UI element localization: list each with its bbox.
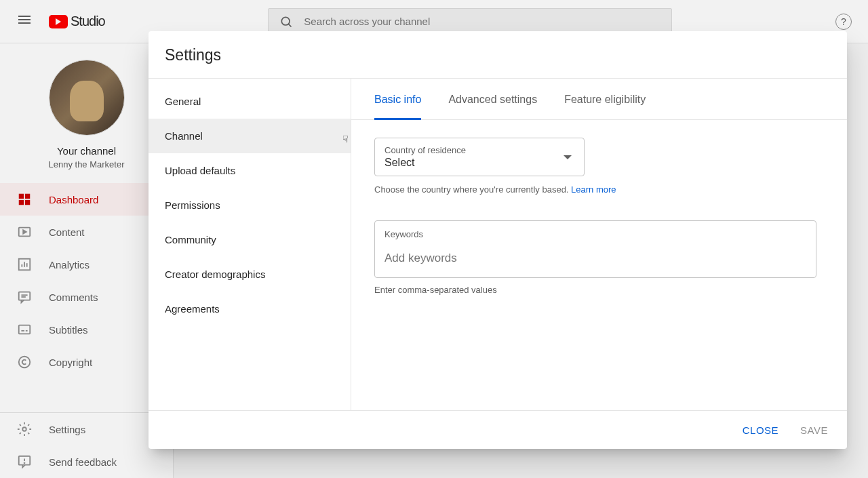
settings-item-community[interactable]: Community [149,222,351,257]
country-helper: Choose the country where you're currentl… [374,184,824,195]
tabs: Basic info Advanced settings Feature eli… [351,79,847,120]
modal-title: Settings [149,31,847,78]
tab-basic-info[interactable]: Basic info [374,79,421,120]
keywords-input[interactable] [384,252,806,265]
chevron-down-icon [564,155,572,159]
settings-sidebar: General Channel ☟ Upload defaults Permis… [149,79,351,410]
modal-footer: CLOSE SAVE [149,411,847,449]
country-label: Country of residence [384,145,574,155]
tab-panel-basic-info: Country of residence Select Choose the c… [351,120,847,313]
settings-modal: Settings General Channel ☟ Upload defaul… [149,31,847,449]
country-select[interactable]: Country of residence Select [374,138,585,176]
settings-content: Basic info Advanced settings Feature eli… [351,79,847,410]
learn-more-link[interactable]: Learn more [571,184,616,195]
settings-item-upload-defaults[interactable]: Upload defaults [149,153,351,188]
save-button[interactable]: SAVE [797,419,831,441]
cursor-hand-icon: ☟ [342,134,349,144]
settings-item-permissions[interactable]: Permissions [149,188,351,222]
keywords-field[interactable]: Keywords [374,220,816,278]
settings-item-creator-demographics[interactable]: Creator demographics [149,257,351,292]
keywords-label: Keywords [384,229,806,239]
tab-advanced-settings[interactable]: Advanced settings [448,79,537,120]
modal-body: General Channel ☟ Upload defaults Permis… [149,78,847,411]
country-value: Select [384,157,574,169]
settings-item-channel[interactable]: Channel ☟ [149,119,351,153]
close-button[interactable]: CLOSE [740,419,781,441]
keywords-helper: Enter comma-separated values [374,285,824,295]
settings-item-general[interactable]: General [149,84,351,119]
country-helper-text: Choose the country where you're currentl… [374,184,571,195]
settings-item-agreements[interactable]: Agreements [149,292,351,326]
settings-item-label: Channel [165,130,203,142]
tab-feature-eligibility[interactable]: Feature eligibility [564,79,646,120]
